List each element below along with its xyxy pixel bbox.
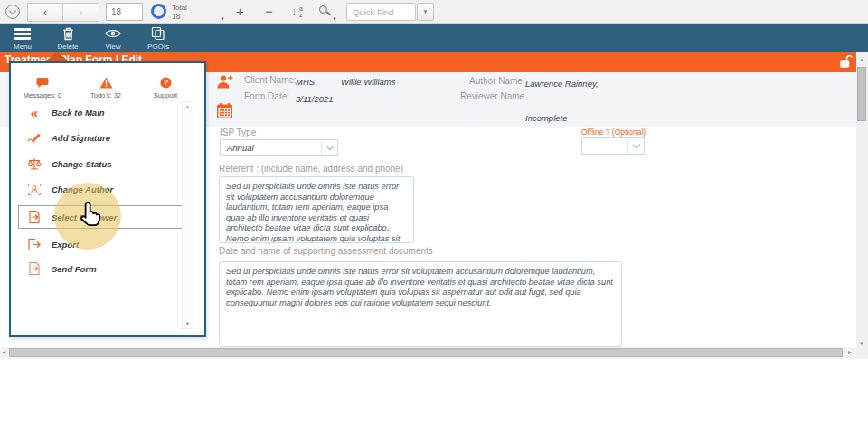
form-date-value: 3/11/2021 xyxy=(296,94,334,104)
supporting-docs-label: Date and name of supporting assessment d… xyxy=(219,246,433,256)
sort-a-label: a xyxy=(299,5,303,12)
chevron-right-icon: › xyxy=(79,5,82,19)
double-chevron-left-icon: « xyxy=(27,105,42,119)
menu-item-back-to-main[interactable]: « Back to Main xyxy=(11,101,183,123)
scrollbar-corner xyxy=(856,347,868,359)
eye-icon xyxy=(90,26,136,41)
isp-type-label: ISP Type xyxy=(220,127,256,137)
isp-type-select[interactable]: Annual xyxy=(220,139,338,156)
prev-page-button[interactable]: ‹ xyxy=(27,3,63,22)
ribbon-item-view[interactable]: View xyxy=(90,26,136,51)
pages-stack-icon xyxy=(136,26,181,41)
scroll-down-icon[interactable]: ▼ xyxy=(859,341,864,346)
page-number-input[interactable] xyxy=(106,3,143,21)
ribbon-item-delete[interactable]: Delete xyxy=(45,26,90,51)
panel-scrollbar[interactable]: ▲ ▼ xyxy=(182,101,193,329)
scroll-up-icon[interactable]: ▲ xyxy=(183,104,193,109)
svg-text:?: ? xyxy=(163,78,167,87)
person-brackets-icon xyxy=(27,182,42,196)
client-name-label: Client Name: xyxy=(244,75,297,85)
todos-stat[interactable]: Todo's: 32 xyxy=(74,76,137,99)
messages-stat[interactable]: Messages: 0 xyxy=(11,76,74,99)
hand-cursor-icon xyxy=(76,198,103,234)
trash-icon xyxy=(45,26,90,41)
sort-z-label: z xyxy=(299,12,303,18)
scroll-left-icon[interactable]: ◂ xyxy=(2,350,5,355)
vertical-scrollbar-thumb[interactable] xyxy=(857,67,866,121)
isp-type-value: Annual xyxy=(221,140,321,155)
search-dropdown-caret[interactable]: ▼ xyxy=(332,16,337,22)
chevron-down-icon xyxy=(632,141,639,148)
status-text: Incomplete xyxy=(525,113,567,123)
author-name-label: Author Name xyxy=(469,76,523,86)
message-bubble-icon xyxy=(11,76,74,89)
warning-triangle-icon xyxy=(74,76,137,89)
reviewer-name-label: Reviewer Name xyxy=(460,91,524,101)
menu-item-add-signature[interactable]: Add Signature xyxy=(11,127,183,148)
offline-select[interactable] xyxy=(581,137,645,155)
send-document-icon xyxy=(27,261,42,276)
sort-arrow-icon: ↓ xyxy=(291,5,297,18)
export-icon xyxy=(27,237,42,251)
progress-ring-icon xyxy=(151,4,166,19)
offline-label: Offline ? (Optional) xyxy=(581,127,646,137)
unlock-icon[interactable] xyxy=(839,54,853,72)
client-person-icon xyxy=(216,74,233,94)
menu-item-send-form[interactable]: Send Form xyxy=(11,258,183,279)
scales-icon xyxy=(27,156,42,171)
offline-dropdown-button[interactable] xyxy=(627,138,644,154)
chevron-down-icon xyxy=(9,7,16,14)
ribbon-item-pgois[interactable]: PGOIs xyxy=(136,26,181,51)
isp-type-dropdown-button[interactable] xyxy=(321,140,337,155)
next-page-button[interactable]: › xyxy=(63,3,99,22)
zoom-out-button[interactable]: − xyxy=(265,5,273,18)
client-name-value: MHS xyxy=(296,77,315,87)
hamburger-menu-icon xyxy=(0,26,45,41)
total-value: 18 xyxy=(172,12,180,21)
referent-textarea[interactable]: Sed ut perspiciatis unde omnis iste natu… xyxy=(219,176,414,243)
client-full-name: Willie Williams xyxy=(341,77,396,87)
chevron-left-icon: ‹ xyxy=(43,5,47,19)
calendar-icon[interactable] xyxy=(216,102,233,123)
ribbon-item-menu[interactable]: Menu xyxy=(0,26,45,51)
app-window: ‹ › Total 18 ▼ + − ↓ a z ▼ ▼ Menu Delete… xyxy=(0,0,868,424)
zoom-in-button[interactable]: + xyxy=(236,5,244,18)
scroll-down-icon[interactable]: ▼ xyxy=(183,321,193,326)
total-dropdown-caret[interactable]: ▼ xyxy=(220,16,225,22)
menu-item-change-status[interactable]: Change Status xyxy=(11,153,183,174)
supporting-docs-textarea[interactable]: Sed ut perspiciatis unde omnis iste natu… xyxy=(219,261,622,347)
search-button[interactable] xyxy=(319,5,331,14)
offline-value xyxy=(582,138,627,154)
quick-find-input[interactable] xyxy=(346,3,416,21)
document-arrow-icon xyxy=(27,210,42,224)
referent-label: Referent : (include name, address and ph… xyxy=(219,164,403,174)
collapse-toolbar-button[interactable] xyxy=(5,5,20,19)
page-nav-group: ‹ › xyxy=(27,3,99,22)
author-name-value: Lawrence Rainney, xyxy=(525,79,599,89)
form-date-label: Form Date: xyxy=(244,91,289,101)
scroll-up-icon[interactable]: ▲ xyxy=(859,57,864,62)
quick-find-dropdown-button[interactable]: ▼ xyxy=(417,3,434,21)
chevron-down-icon xyxy=(326,143,333,150)
minus-icon: − xyxy=(265,4,273,19)
signature-pen-icon xyxy=(27,130,42,145)
sort-button[interactable]: ↓ a z xyxy=(291,5,307,19)
support-stat[interactable]: ? Support xyxy=(134,76,197,99)
popup-callout-arrow xyxy=(45,52,69,61)
question-circle-icon: ? xyxy=(134,76,197,89)
caret-down-icon: ▼ xyxy=(423,9,429,14)
total-label: Total xyxy=(172,4,187,12)
scroll-right-icon[interactable]: ▸ xyxy=(848,350,852,355)
horizontal-scrollbar-thumb[interactable] xyxy=(9,348,843,357)
plus-icon: + xyxy=(236,4,244,19)
